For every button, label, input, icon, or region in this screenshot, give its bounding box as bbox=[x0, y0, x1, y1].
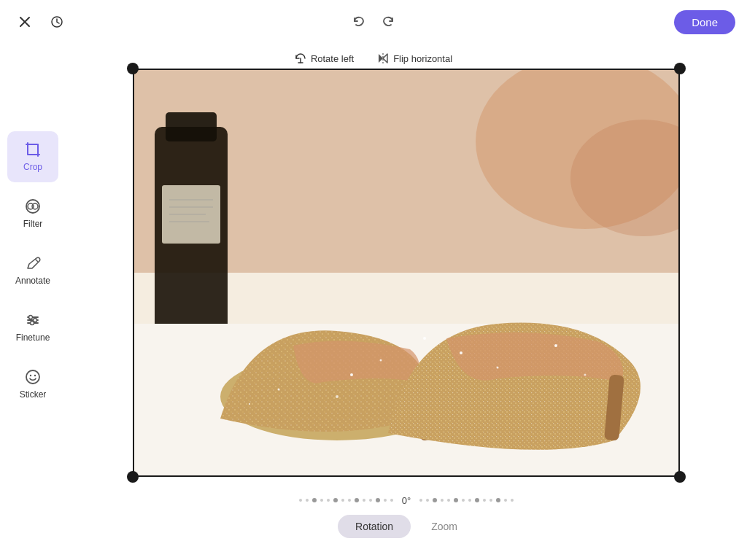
undo-icon bbox=[352, 15, 365, 28]
crop-handle-top-left[interactable] bbox=[127, 63, 139, 74]
bottom-bar: 0° Rotation Zoom bbox=[66, 472, 747, 560]
ruler-dot bbox=[348, 499, 351, 502]
ruler-dot bbox=[299, 499, 302, 502]
ruler-dot bbox=[454, 498, 458, 502]
sidebar-item-filter[interactable]: Filter bbox=[7, 188, 58, 239]
finetune-label: Finetune bbox=[16, 332, 50, 343]
svg-point-41 bbox=[278, 389, 280, 391]
svg-point-39 bbox=[554, 344, 557, 347]
top-bar: Done bbox=[0, 0, 747, 44]
rotate-left-label: Rotate left bbox=[311, 53, 354, 64]
annotate-icon bbox=[25, 255, 41, 271]
ruler-dot bbox=[489, 499, 492, 502]
sidebar-item-finetune[interactable]: Finetune bbox=[7, 302, 58, 353]
svg-point-17 bbox=[31, 322, 34, 325]
sidebar-item-annotate[interactable]: Annotate bbox=[7, 245, 58, 296]
image-svg bbox=[133, 69, 680, 477]
rotate-left-icon bbox=[295, 52, 306, 64]
ruler-dot bbox=[447, 499, 450, 502]
ruler-dot bbox=[327, 499, 330, 502]
crop-label: Crop bbox=[23, 162, 42, 172]
crop-icon bbox=[25, 141, 41, 158]
ruler-dot bbox=[333, 498, 338, 502]
svg-point-42 bbox=[249, 403, 250, 405]
svg-point-37 bbox=[460, 351, 462, 354]
ruler-dot bbox=[376, 498, 380, 502]
redo-icon bbox=[382, 15, 395, 28]
filter-icon bbox=[25, 198, 41, 214]
ruler-dot bbox=[419, 499, 422, 502]
svg-point-38 bbox=[497, 367, 499, 369]
svg-point-36 bbox=[336, 395, 338, 398]
sticker-icon bbox=[25, 369, 41, 385]
rotate-left-action[interactable]: Rotate left bbox=[295, 52, 354, 64]
ruler-dot bbox=[511, 499, 514, 502]
ruler-dot bbox=[426, 499, 429, 502]
top-bar-center bbox=[346, 9, 401, 35]
ruler-dot bbox=[363, 499, 365, 502]
image-placeholder bbox=[133, 69, 680, 477]
sidebar-item-sticker[interactable]: Sticker bbox=[7, 359, 58, 410]
flip-horizontal-label: Flip horizontal bbox=[393, 53, 452, 64]
svg-point-10 bbox=[32, 203, 38, 209]
ruler-dot bbox=[496, 498, 500, 502]
svg-point-18 bbox=[26, 370, 39, 384]
done-button[interactable]: Done bbox=[674, 10, 735, 34]
svg-marker-6 bbox=[383, 54, 387, 63]
svg-point-15 bbox=[29, 316, 33, 319]
svg-marker-5 bbox=[379, 54, 383, 63]
rotation-ruler[interactable]: 0° bbox=[299, 495, 514, 506]
flip-horizontal-action[interactable]: Flip horizontal bbox=[377, 52, 452, 64]
ruler-dot bbox=[312, 498, 317, 502]
ruler-dot bbox=[441, 499, 444, 502]
ruler-dot bbox=[504, 499, 507, 502]
finetune-icon bbox=[25, 312, 41, 328]
tab-rotation[interactable]: Rotation bbox=[338, 515, 411, 538]
ruler-dot bbox=[390, 499, 393, 502]
ruler-dot bbox=[483, 499, 486, 502]
tab-zoom[interactable]: Zoom bbox=[414, 515, 475, 538]
sidebar-item-crop[interactable]: Crop bbox=[7, 131, 58, 182]
crop-handle-top-right[interactable] bbox=[674, 63, 686, 74]
ruler-dot bbox=[468, 499, 471, 502]
svg-point-19 bbox=[30, 375, 31, 376]
svg-line-11 bbox=[35, 259, 38, 262]
canvas-area bbox=[66, 73, 747, 472]
ruler-dot bbox=[355, 498, 359, 502]
ruler-dot bbox=[306, 499, 309, 502]
bottom-tabs: Rotation Zoom bbox=[338, 515, 475, 538]
sticker-label: Sticker bbox=[20, 389, 47, 400]
undo-button[interactable] bbox=[346, 9, 372, 35]
ruler-dot bbox=[462, 499, 465, 502]
angle-display: 0° bbox=[402, 495, 411, 506]
svg-rect-24 bbox=[166, 112, 217, 141]
svg-point-43 bbox=[423, 337, 426, 340]
filter-label: Filter bbox=[23, 219, 43, 229]
ruler-dot bbox=[475, 498, 479, 502]
image-container[interactable] bbox=[133, 69, 680, 477]
svg-point-40 bbox=[584, 374, 587, 376]
ruler-dot bbox=[320, 499, 323, 502]
ruler-dot bbox=[369, 499, 372, 502]
ruler-dot bbox=[384, 499, 387, 502]
flip-horizontal-icon bbox=[377, 52, 389, 64]
svg-point-35 bbox=[380, 359, 382, 362]
ruler-dot bbox=[433, 498, 437, 502]
ruler-dot bbox=[341, 499, 344, 502]
annotate-label: Annotate bbox=[15, 276, 50, 286]
left-sidebar: Crop Filter Annotate bbox=[0, 0, 66, 560]
svg-point-34 bbox=[350, 373, 353, 376]
redo-button[interactable] bbox=[375, 9, 401, 35]
svg-point-20 bbox=[34, 375, 36, 376]
